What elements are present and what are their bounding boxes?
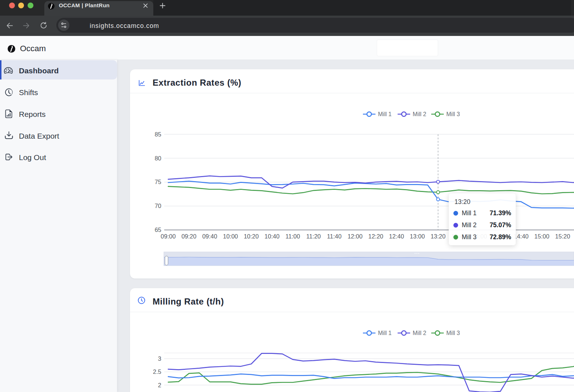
svg-text:2.5: 2.5: [153, 368, 161, 375]
svg-text:11:00: 11:00: [286, 233, 300, 240]
svg-text:Mill 1: Mill 1: [378, 111, 392, 117]
svg-text:70: 70: [155, 203, 161, 209]
svg-text:11:40: 11:40: [327, 233, 341, 240]
svg-text:Mill 3: Mill 3: [446, 111, 460, 117]
svg-text:Mill 2: Mill 2: [413, 111, 426, 117]
svg-text:80: 80: [155, 155, 161, 162]
svg-text:09:40: 09:40: [202, 233, 217, 240]
svg-text:65: 65: [155, 226, 161, 233]
svg-text:12:20: 12:20: [368, 233, 383, 240]
svg-text:Mill 2: Mill 2: [413, 330, 426, 336]
svg-text:12:00: 12:00: [348, 233, 363, 240]
svg-text:85: 85: [155, 131, 161, 138]
svg-text:75: 75: [155, 179, 161, 185]
svg-text:13:20: 13:20: [430, 233, 445, 240]
svg-text:3: 3: [158, 355, 161, 362]
svg-text:Mill 3: Mill 3: [446, 330, 460, 336]
svg-text:09:20: 09:20: [181, 233, 196, 240]
svg-text:2: 2: [158, 382, 161, 388]
svg-text:15:00: 15:00: [534, 233, 549, 240]
svg-text:09:00: 09:00: [161, 233, 175, 240]
svg-text:10:00: 10:00: [223, 233, 238, 240]
svg-text:13:00: 13:00: [410, 233, 425, 240]
svg-text:15:20: 15:20: [555, 233, 570, 240]
svg-text:11:20: 11:20: [306, 233, 321, 240]
svg-text:10:20: 10:20: [244, 233, 259, 240]
svg-text:12:40: 12:40: [389, 233, 404, 240]
svg-text:10:40: 10:40: [264, 233, 279, 240]
svg-text:Mill 1: Mill 1: [378, 330, 392, 336]
